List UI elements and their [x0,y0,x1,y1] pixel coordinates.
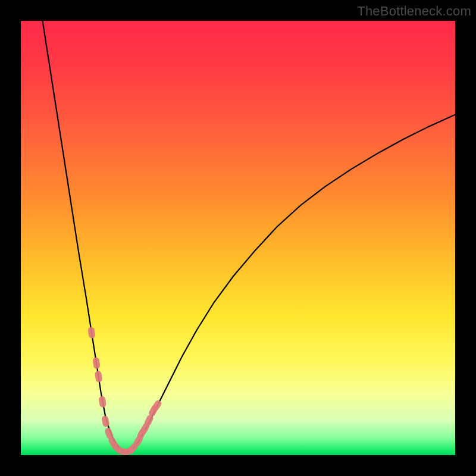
data-point [98,396,107,408]
data-point [92,357,101,369]
plot-area [21,21,455,455]
data-points [87,327,162,455]
chart-frame: TheBottleneck.com [0,0,476,476]
watermark-label: TheBottleneck.com [357,4,471,19]
data-point [95,371,103,383]
data-point [101,415,110,428]
markers-svg [21,21,455,455]
data-point [87,327,96,339]
